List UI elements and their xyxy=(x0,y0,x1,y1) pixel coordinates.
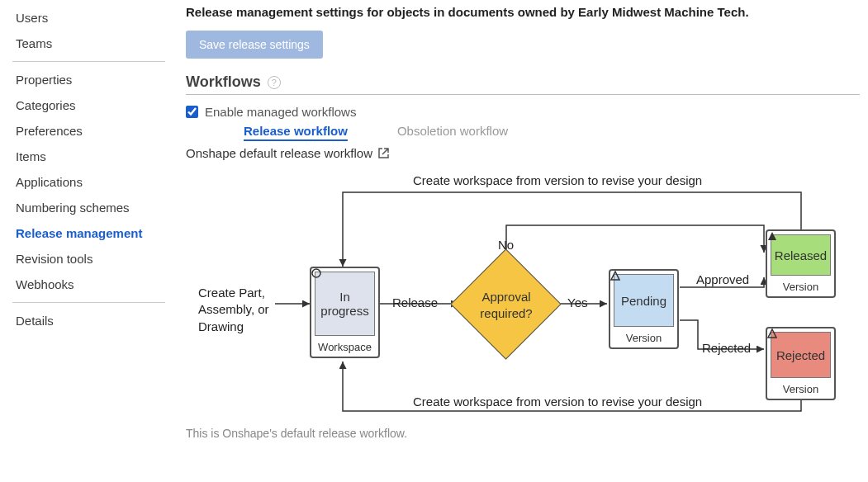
workflow-name: Onshape default release workflow xyxy=(186,146,372,160)
workflow-tabs: Release workflow Obsoletion workflow xyxy=(244,124,860,141)
edge-yes-label: Yes xyxy=(567,295,587,310)
node-rejected-label: Rejected xyxy=(771,332,831,378)
diagram-bottom-note: Create workspace from version to revise … xyxy=(413,395,702,409)
node-in-progress-caption: Workspace xyxy=(311,339,378,357)
svg-point-0 xyxy=(312,269,320,277)
sidebar-item-preferences[interactable]: Preferences xyxy=(12,118,165,144)
sidebar-item-details[interactable]: Details xyxy=(12,308,165,333)
help-icon[interactable]: ? xyxy=(268,76,281,89)
diagram-start-text: Create Part, Assembly, or Drawing xyxy=(198,285,281,335)
sidebar-item-revision-tools[interactable]: Revision tools xyxy=(12,246,165,272)
version-triangle-icon xyxy=(767,328,777,338)
sidebar-item-applications[interactable]: Applications xyxy=(12,169,165,195)
enable-managed-workflows-label: Enable managed workflows xyxy=(205,105,356,119)
node-pending: Pending Version xyxy=(609,269,679,349)
enable-managed-workflows-checkbox[interactable] xyxy=(186,106,198,118)
version-triangle-icon xyxy=(610,271,620,281)
edge-no-label: No xyxy=(498,238,514,252)
edge-rejected-label: Rejected xyxy=(702,341,751,355)
sidebar: Users Teams Properties Categories Prefer… xyxy=(0,0,178,482)
sidebar-item-properties[interactable]: Properties xyxy=(12,67,165,92)
node-released-caption: Version xyxy=(767,279,834,296)
node-rejected-caption: Version xyxy=(767,381,834,399)
node-decision-label: Approval required? xyxy=(461,289,552,321)
main-content: Release management settings for objects … xyxy=(178,0,868,482)
sidebar-item-categories[interactable]: Categories xyxy=(12,92,165,118)
sidebar-item-teams[interactable]: Teams xyxy=(12,31,165,56)
sidebar-item-release-management[interactable]: Release management xyxy=(12,220,165,246)
node-pending-caption: Version xyxy=(610,330,677,347)
sidebar-item-users[interactable]: Users xyxy=(12,5,165,31)
edge-approved-label: Approved xyxy=(696,272,749,286)
tab-obsoletion-workflow[interactable]: Obsoletion workflow xyxy=(397,124,508,141)
sidebar-item-webhooks[interactable]: Webhooks xyxy=(12,272,165,297)
external-link-icon[interactable] xyxy=(377,147,390,159)
edge-release-label: Release xyxy=(392,295,438,310)
workflow-diagram: Create workspace from version to revise … xyxy=(186,163,838,423)
page-title: Release management settings for objects … xyxy=(186,5,860,19)
save-release-settings-button[interactable]: Save release settings xyxy=(186,31,323,59)
sidebar-item-items[interactable]: Items xyxy=(12,144,165,169)
workflows-header: Workflows ? xyxy=(186,73,860,95)
enable-managed-workflows-row[interactable]: Enable managed workflows xyxy=(186,105,860,119)
node-released: Released Version xyxy=(766,229,836,298)
tab-release-workflow[interactable]: Release workflow xyxy=(244,124,348,141)
workflow-footer-note: This is Onshape's default release workfl… xyxy=(186,427,860,440)
version-triangle-filled-icon xyxy=(767,231,777,241)
node-released-label: Released xyxy=(771,234,831,276)
workflows-heading: Workflows xyxy=(186,73,261,91)
sidebar-item-numbering-schemes[interactable]: Numbering schemes xyxy=(12,195,165,220)
workspace-circle-icon xyxy=(311,268,321,278)
node-in-progress: In progress Workspace xyxy=(310,267,380,358)
node-pending-label: Pending xyxy=(614,274,674,327)
workflow-name-row: Onshape default release workflow xyxy=(186,146,860,160)
node-rejected: Rejected Version xyxy=(766,327,836,400)
node-in-progress-label: In progress xyxy=(315,272,375,336)
